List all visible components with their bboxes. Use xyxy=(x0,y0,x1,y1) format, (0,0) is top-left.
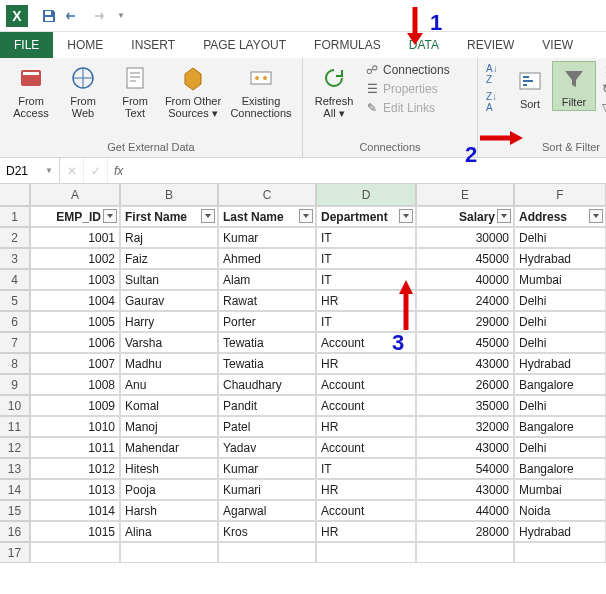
cell[interactable]: Account xyxy=(316,437,416,458)
cell[interactable]: 28000 xyxy=(416,521,514,542)
cell[interactable]: Varsha xyxy=(120,332,218,353)
table-header-emp_id[interactable]: EMP_ID xyxy=(30,206,120,227)
col-header-F[interactable]: F xyxy=(514,184,606,206)
tab-insert[interactable]: INSERT xyxy=(117,32,189,58)
cell[interactable]: 1009 xyxy=(30,395,120,416)
cell[interactable]: 43000 xyxy=(416,353,514,374)
row-header[interactable]: 3 xyxy=(0,248,30,269)
from-other-sources-button[interactable]: From Other Sources ▾ xyxy=(162,61,224,121)
cell[interactable]: Account xyxy=(316,374,416,395)
tab-view[interactable]: VIEW xyxy=(528,32,587,58)
cell[interactable]: Delhi xyxy=(514,332,606,353)
cell[interactable]: Hydrabad xyxy=(514,248,606,269)
cell[interactable]: 45000 xyxy=(416,248,514,269)
cell[interactable]: Mumbai xyxy=(514,479,606,500)
tab-home[interactable]: HOME xyxy=(53,32,117,58)
cell[interactable]: Gaurav xyxy=(120,290,218,311)
cell[interactable]: Account xyxy=(316,332,416,353)
cell[interactable]: Alam xyxy=(218,269,316,290)
row-header[interactable]: 1 xyxy=(0,206,30,227)
row-header[interactable]: 11 xyxy=(0,416,30,437)
cell[interactable]: Agarwal xyxy=(218,500,316,521)
cell[interactable]: 30000 xyxy=(416,227,514,248)
cell[interactable]: 1011 xyxy=(30,437,120,458)
sort-button[interactable]: Sort xyxy=(510,64,550,112)
row-header[interactable]: 6 xyxy=(0,311,30,332)
cell[interactable]: 1005 xyxy=(30,311,120,332)
row-header[interactable]: 16 xyxy=(0,521,30,542)
edit-links-button[interactable]: ✎Edit Links xyxy=(361,99,471,117)
cell[interactable]: Hitesh xyxy=(120,458,218,479)
filter-dropdown-icon[interactable] xyxy=(399,209,413,223)
from-text-button[interactable]: From Text xyxy=(110,61,160,121)
name-box[interactable]: D21▼ xyxy=(0,158,60,183)
cell[interactable] xyxy=(416,542,514,563)
row-header[interactable]: 9 xyxy=(0,374,30,395)
tab-file[interactable]: FILE xyxy=(0,32,53,58)
existing-connections-button[interactable]: Existing Connections xyxy=(226,61,296,121)
cell[interactable]: HR xyxy=(316,290,416,311)
cell[interactable]: Porter xyxy=(218,311,316,332)
properties-button[interactable]: ☰Properties xyxy=(361,80,471,98)
table-header-department[interactable]: Department xyxy=(316,206,416,227)
cell[interactable]: 26000 xyxy=(416,374,514,395)
cell[interactable]: Account xyxy=(316,500,416,521)
row-header[interactable]: 14 xyxy=(0,479,30,500)
col-header-B[interactable]: B xyxy=(120,184,218,206)
tab-formulas[interactable]: FORMULAS xyxy=(300,32,395,58)
cell[interactable]: 1008 xyxy=(30,374,120,395)
cell[interactable]: Bangalore xyxy=(514,374,606,395)
cell[interactable]: 1001 xyxy=(30,227,120,248)
cell[interactable]: Bangalore xyxy=(514,416,606,437)
col-header-C[interactable]: C xyxy=(218,184,316,206)
cell[interactable]: IT xyxy=(316,269,416,290)
table-header-address[interactable]: Address xyxy=(514,206,606,227)
cell[interactable]: Hydrabad xyxy=(514,521,606,542)
cell[interactable]: Pandit xyxy=(218,395,316,416)
clear-filter-button[interactable]: ✕Clear xyxy=(598,61,606,79)
cell[interactable]: Delhi xyxy=(514,437,606,458)
advanced-button[interactable]: ▽Advanced xyxy=(598,99,606,117)
cell[interactable]: HR xyxy=(316,353,416,374)
cell[interactable]: HR xyxy=(316,521,416,542)
cell[interactable]: 1014 xyxy=(30,500,120,521)
row-header[interactable]: 12 xyxy=(0,437,30,458)
cell[interactable]: Harsh xyxy=(120,500,218,521)
col-header-A[interactable]: A xyxy=(30,184,120,206)
cell[interactable]: 1003 xyxy=(30,269,120,290)
cell[interactable]: IT xyxy=(316,458,416,479)
cell[interactable]: HR xyxy=(316,479,416,500)
cell[interactable]: Harry xyxy=(120,311,218,332)
cell[interactable] xyxy=(30,542,120,563)
col-header-D[interactable]: D xyxy=(316,184,416,206)
cell[interactable] xyxy=(514,542,606,563)
cell[interactable]: Anu xyxy=(120,374,218,395)
cell[interactable]: Pooja xyxy=(120,479,218,500)
cell[interactable]: Ahmed xyxy=(218,248,316,269)
cell[interactable]: Patel xyxy=(218,416,316,437)
filter-button[interactable]: Filter xyxy=(552,61,596,111)
cell[interactable]: 40000 xyxy=(416,269,514,290)
cell[interactable]: 54000 xyxy=(416,458,514,479)
connections-button[interactable]: ☍Connections xyxy=(361,61,471,79)
save-icon[interactable] xyxy=(40,7,58,25)
cell[interactable]: Rawat xyxy=(218,290,316,311)
cell[interactable]: Bangalore xyxy=(514,458,606,479)
cell[interactable]: Hydrabad xyxy=(514,353,606,374)
cell[interactable]: Mahendar xyxy=(120,437,218,458)
cell[interactable]: 1010 xyxy=(30,416,120,437)
cell[interactable]: 43000 xyxy=(416,437,514,458)
row-header[interactable]: 8 xyxy=(0,353,30,374)
row-header[interactable]: 2 xyxy=(0,227,30,248)
cell[interactable]: Komal xyxy=(120,395,218,416)
cell[interactable]: 32000 xyxy=(416,416,514,437)
cell[interactable]: Alina xyxy=(120,521,218,542)
row-header[interactable]: 4 xyxy=(0,269,30,290)
redo-icon[interactable] xyxy=(88,7,106,25)
cell[interactable]: Delhi xyxy=(514,311,606,332)
filter-dropdown-icon[interactable] xyxy=(103,209,117,223)
cell[interactable]: Kumari xyxy=(218,479,316,500)
filter-dropdown-icon[interactable] xyxy=(201,209,215,223)
cell[interactable]: 1013 xyxy=(30,479,120,500)
cell[interactable]: 29000 xyxy=(416,311,514,332)
